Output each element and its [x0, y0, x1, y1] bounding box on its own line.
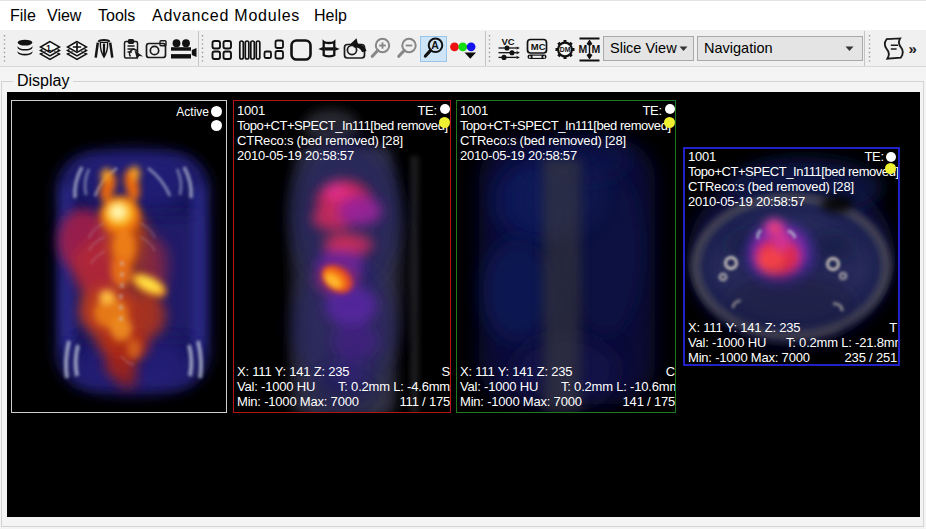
svg-text:Slice View: Slice View: [610, 40, 677, 56]
svg-text:M: M: [579, 43, 588, 55]
svg-text:M: M: [592, 43, 601, 55]
svg-text:VC: VC: [502, 36, 515, 47]
svg-text:DM: DM: [560, 46, 571, 53]
svg-text:»: »: [909, 40, 917, 57]
svg-text:MC: MC: [531, 41, 546, 52]
svg-text:1.: 1.: [46, 43, 54, 53]
svg-text:A: A: [431, 39, 439, 51]
svg-text:Navigation: Navigation: [704, 40, 773, 56]
